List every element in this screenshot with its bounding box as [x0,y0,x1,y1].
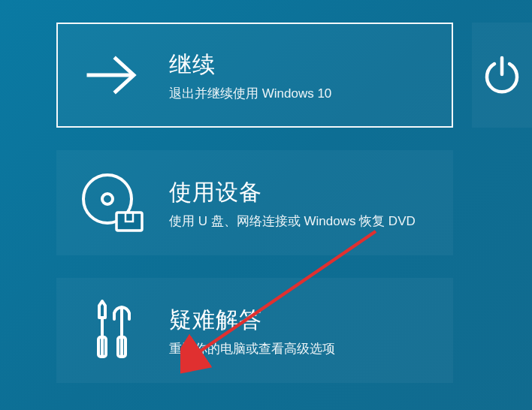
use-device-tile[interactable]: 使用设备 使用 U 盘、网络连接或 Windows 恢复 DVD [56,150,453,255]
troubleshoot-title: 疑难解答 [169,305,438,336]
power-icon [480,53,524,97]
svg-point-3 [102,194,113,204]
disc-icon [56,150,169,255]
troubleshoot-text: 疑难解答 重置你的电脑或查看高级选项 [169,302,438,359]
troubleshoot-desc: 重置你的电脑或查看高级选项 [169,340,438,359]
power-tile[interactable] [472,23,532,128]
continue-desc: 退出并继续使用 Windows 10 [169,85,438,104]
troubleshoot-tile[interactable]: 疑难解答 重置你的电脑或查看高级选项 [56,278,453,383]
use-device-text: 使用设备 使用 U 盘、网络连接或 Windows 恢复 DVD [169,174,438,231]
recovery-options-grid: 继续 退出并继续使用 Windows 10 [0,0,532,410]
continue-title: 继续 [169,50,438,80]
arrow-right-icon [56,23,169,128]
continue-tile[interactable]: 继续 退出并继续使用 Windows 10 [56,23,453,128]
use-device-title: 使用设备 [169,177,438,208]
use-device-desc: 使用 U 盘、网络连接或 Windows 恢复 DVD [169,213,438,231]
tools-icon [56,278,169,383]
continue-text: 继续 退出并继续使用 Windows 10 [169,47,438,104]
